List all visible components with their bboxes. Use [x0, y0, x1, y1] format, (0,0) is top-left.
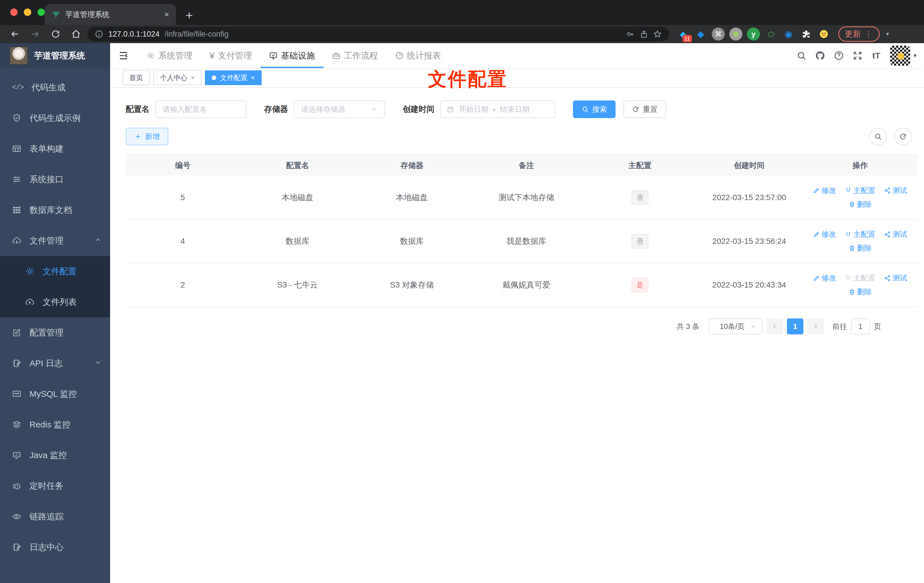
- sidebar-submenu-file: 文件配置 文件列表: [0, 256, 110, 317]
- sidebar-item-file-config[interactable]: 文件配置: [0, 256, 110, 287]
- master-link[interactable]: 主配置: [845, 186, 876, 196]
- sidebar-item-db-doc[interactable]: 数据库文档: [0, 195, 110, 225]
- annotation-text: 文件配置: [428, 66, 507, 92]
- site-info-icon[interactable]: [95, 30, 103, 38]
- goto-page-input[interactable]: [851, 319, 870, 334]
- avatar[interactable]: [890, 45, 911, 66]
- back-icon[interactable]: [6, 27, 24, 41]
- delete-link[interactable]: 删除: [848, 287, 872, 297]
- sidebar-item-config-management[interactable]: 配置管理: [0, 317, 110, 348]
- browser-menu-icon[interactable]: ⋮: [865, 30, 873, 39]
- browser-tab[interactable]: 芋道管理系统 ×: [45, 4, 176, 25]
- window-close-button[interactable]: [10, 8, 18, 16]
- extension-diamond-icon[interactable]: ◆11: [676, 28, 690, 41]
- help-icon[interactable]: [830, 46, 848, 65]
- trash-icon: [848, 289, 855, 296]
- extension-command-icon[interactable]: ⌘: [712, 28, 725, 41]
- profile-caret-icon[interactable]: ▾: [886, 30, 889, 38]
- extension-puzzle-icon[interactable]: [800, 28, 813, 41]
- home-icon[interactable]: [67, 27, 85, 41]
- sidebar-item-scheduled-tasks[interactable]: 定时任务: [0, 471, 110, 501]
- gear-icon: [25, 266, 35, 276]
- col-storage: 存储器: [355, 155, 469, 176]
- sidebar-item-java-monitor[interactable]: Java 监控: [0, 440, 110, 471]
- forward-icon[interactable]: [26, 27, 44, 41]
- delete-link[interactable]: 删除: [848, 243, 872, 253]
- table-refresh-button[interactable]: [894, 128, 912, 145]
- fullscreen-icon[interactable]: [848, 46, 867, 65]
- extension-kite-icon[interactable]: ⬥: [694, 28, 707, 41]
- sidebar-item-api-log[interactable]: API 日志: [0, 348, 110, 379]
- test-link[interactable]: 测试: [884, 186, 907, 196]
- extension-emoji-icon[interactable]: [817, 28, 830, 41]
- bookmark-star-icon[interactable]: [653, 30, 662, 38]
- config-name-input[interactable]: [155, 101, 247, 118]
- table-search-button[interactable]: [869, 128, 887, 145]
- nav-item-workflow[interactable]: 工作流程: [323, 43, 386, 68]
- tag-file-config[interactable]: 文件配置 ×: [205, 70, 262, 85]
- nav-item-infrastructure[interactable]: 基础设施: [261, 43, 323, 68]
- reload-icon[interactable]: [46, 27, 65, 41]
- browser-update-button[interactable]: 更新 ⋮: [838, 26, 880, 42]
- start-date-placeholder[interactable]: 开始日期: [459, 104, 488, 114]
- prev-page-button[interactable]: [767, 319, 783, 334]
- sidebar-item-form-builder[interactable]: 表单构建: [0, 134, 110, 164]
- page-unit-label: 页: [874, 322, 881, 332]
- sidebar-item-code-generation[interactable]: </> 代码生成: [0, 72, 110, 103]
- nav-item-payment[interactable]: ¥ 支付管理: [201, 43, 261, 68]
- tag-home[interactable]: 首页: [122, 70, 150, 85]
- share-icon[interactable]: [640, 30, 648, 38]
- extension-y-icon[interactable]: y: [747, 28, 760, 41]
- extension-star-icon[interactable]: ✩: [764, 28, 777, 41]
- sidebar-item-tracing[interactable]: 链路追踪: [0, 501, 110, 532]
- menu-fold-icon[interactable]: [114, 46, 133, 65]
- trash-icon: [848, 245, 855, 252]
- sidebar-item-redis-monitor[interactable]: Redis 监控: [0, 409, 110, 440]
- window-controls[interactable]: [10, 8, 45, 16]
- sidebar-item-system-api[interactable]: 系统接口: [0, 164, 110, 195]
- page-size-select[interactable]: 10条/页: [709, 319, 762, 334]
- sidebar-item-code-example[interactable]: 代码生成示例: [0, 103, 110, 134]
- new-tab-button[interactable]: +: [186, 9, 193, 21]
- date-range-picker[interactable]: 开始日期 - 结束日期: [440, 101, 555, 118]
- password-key-icon[interactable]: [626, 30, 635, 38]
- page: 芋道管理系统 × + 127.0.0.1:1024/infra/file/fil…: [0, 0, 924, 583]
- font-size-icon[interactable]: tT: [867, 46, 886, 65]
- sidebar-item-file-list[interactable]: 文件列表: [0, 287, 110, 317]
- nav-item-system[interactable]: 系统管理: [138, 43, 201, 68]
- delete-link[interactable]: 删除: [848, 200, 872, 210]
- tab-close-icon[interactable]: ×: [164, 10, 169, 19]
- trash-icon: [848, 201, 855, 208]
- storage-select[interactable]: 请选择存储器: [294, 101, 385, 118]
- table-row: 5 本地磁盘 本地磁盘 测试下本地存储 否 2022-03-15 23:57:0…: [126, 176, 917, 220]
- sidebar-item-log-center[interactable]: 日志中心: [0, 532, 110, 563]
- magnet-icon: [845, 187, 851, 194]
- window-zoom-button[interactable]: [38, 8, 45, 16]
- edit-link[interactable]: 修改: [813, 230, 836, 239]
- test-link[interactable]: 测试: [884, 273, 907, 283]
- github-icon[interactable]: [811, 46, 830, 65]
- tag-profile[interactable]: 个人中心 ×: [153, 70, 201, 85]
- search-button[interactable]: 搜索: [573, 101, 615, 118]
- edit-link[interactable]: 修改: [813, 273, 836, 283]
- nav-item-reports[interactable]: 统计报表: [386, 43, 449, 68]
- search-icon[interactable]: [792, 46, 811, 65]
- close-icon[interactable]: ×: [191, 74, 195, 82]
- edit-link[interactable]: 修改: [813, 186, 836, 196]
- avatar-caret-icon[interactable]: ▾: [914, 52, 917, 59]
- end-date-placeholder[interactable]: 结束日期: [500, 104, 530, 114]
- sidebar-item-file-management[interactable]: 文件管理: [0, 225, 110, 256]
- test-link[interactable]: 测试: [884, 230, 907, 239]
- add-button[interactable]: 新增: [126, 128, 168, 145]
- master-link[interactable]: 主配置: [845, 230, 876, 239]
- next-page-button[interactable]: [807, 319, 824, 334]
- window-minimize-button[interactable]: [24, 8, 31, 16]
- sidebar-item-mysql-monitor[interactable]: MySQL 监控: [0, 379, 110, 409]
- close-icon[interactable]: ×: [251, 74, 255, 82]
- page-number-button[interactable]: 1: [787, 319, 804, 334]
- col-created: 创建时间: [696, 155, 803, 176]
- extension-record-icon[interactable]: [729, 28, 742, 41]
- url-bar[interactable]: 127.0.0.1:1024/infra/file/file-config: [87, 27, 669, 41]
- reset-button[interactable]: 重置: [624, 101, 666, 118]
- extension-eye-icon[interactable]: ◉: [782, 28, 795, 41]
